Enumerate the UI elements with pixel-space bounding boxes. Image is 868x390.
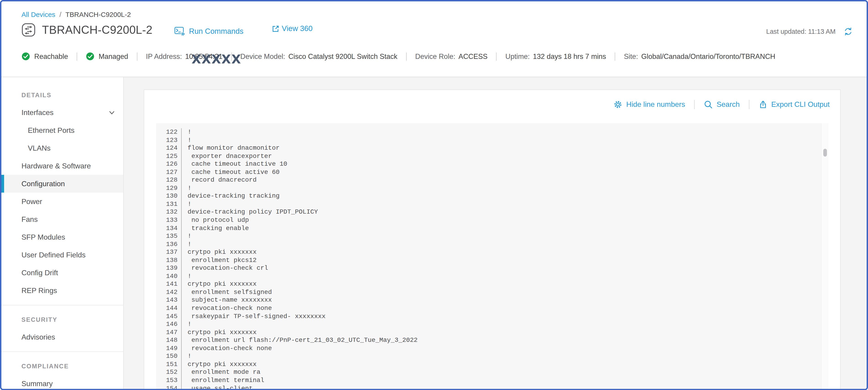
status-item: Site: Global/Canada/Ontario/Toronto/TBRA… [606,52,775,60]
status-item: Reachable [22,52,68,61]
breadcrumb-separator: / [59,10,61,18]
line-text: device-tracking policy IPDT_POLICY [182,208,318,216]
breadcrumb: All Devices / TBRANCH-C9200L-2 [22,10,131,18]
cli-line: 129 ! [156,184,828,192]
sidebar-entry[interactable]: Summary [1,375,123,389]
line-number: 125 [156,152,182,160]
configuration-card: Hide line numbers Search [144,89,841,390]
line-text: revocation-check crl [182,265,268,272]
cli-lines: 122 ! 123 ! 124 flow monitor dnacmonitor… [156,123,828,390]
sidebar: DETAILS Interfaces Ethernet Ports VLANs … [1,77,124,389]
cli-line: 130 device-tracking tracking [156,192,828,200]
last-updated-text: Last updated: 11:13 AM [766,28,836,35]
sidebar-entry[interactable]: Ethernet Ports [1,121,123,139]
run-commands-button[interactable]: Run Commands [174,27,243,36]
search-icon [704,100,713,109]
chevron-down-icon[interactable] [108,109,115,116]
sidebar-entry[interactable]: Configuration [1,175,123,192]
line-text: crytpo pki xxxxxxx [182,361,256,368]
line-text: subject-name xxxxxxxx [182,296,272,304]
sidebar-entry[interactable]: Fans [1,210,123,228]
line-number: 146 [156,321,182,328]
sidebar-entry[interactable]: User Defined Fields [1,246,123,264]
refresh-icon[interactable] [843,27,853,36]
cli-line: 154 usage ssl-client [156,385,828,390]
sidebar-entry: DETAILS [1,86,123,103]
cli-line: 132 device-tracking policy IPDT_POLICY [156,208,828,216]
external-link-icon [272,24,280,33]
line-number: 140 [156,272,182,280]
line-text: revocation-check none [182,304,272,312]
line-number: 148 [156,336,182,344]
cli-line: 150 ! [156,353,828,361]
status-item: Device Model: Cisco Catalyst 9200L Switc… [222,52,397,60]
line-number: 152 [156,368,182,377]
line-number: 144 [156,304,182,312]
line-text: enrollment url flash://PnP-cert_21_03_02… [182,336,417,344]
breadcrumb-all-devices[interactable]: All Devices [22,10,55,18]
line-number: 153 [156,377,182,385]
field-value-wrap: ACCESS [458,52,488,60]
line-text: ! [182,232,191,240]
sidebar-entry-label: Interfaces [22,109,54,117]
field-value-wrap: Cisco Catalyst 9200L Switch Stack [288,52,398,60]
line-text: ! [182,272,191,280]
check-circle-icon [22,52,30,61]
cli-line: 141 crytpo pki xxxxxxx [156,280,828,289]
app-frame: All Devices / TBRANCH-C9200L-2 [0,0,868,390]
sidebar-entry-label: DETAILS [22,91,52,98]
line-text: ! [182,136,191,144]
cli-output[interactable]: 122 ! 123 ! 124 flow monitor dnacmonitor… [156,123,828,390]
cli-line: 124 flow monitor dnacmonitor [156,144,828,152]
sidebar-entry[interactable]: VLANs [1,139,123,157]
status-item: Device Role: ACCESS [398,52,488,60]
sidebar-entry[interactable]: Hardware & Software [1,157,123,175]
sidebar-entry[interactable]: Advisories [1,328,123,346]
export-icon [758,100,768,109]
export-cli-output-button[interactable]: Export CLI Output [758,100,830,109]
sidebar-entry[interactable]: Interfaces [1,103,123,121]
sidebar-entry[interactable]: REP Rings [1,281,123,299]
line-number: 149 [156,344,182,353]
sidebar-entry-label: Summary [22,380,53,388]
hide-line-numbers-label: Hide line numbers [626,100,685,109]
gear-icon [614,100,623,109]
sidebar-entry[interactable]: SFP Modules [1,228,123,246]
sidebar-entry: COMPLIANCE [1,357,123,375]
sidebar-entry[interactable]: Config Drift [1,264,123,281]
cli-scrollbar-thumb[interactable] [823,149,827,156]
cli-line: 134 tracking enable [156,224,828,232]
line-text: ! [182,184,191,192]
line-text: record dnacrecord [182,176,256,184]
cli-line: 142 enrollment selfsigned [156,289,828,296]
cli-toolbar: Hide line numbers Search [144,90,840,109]
cli-line: 139 revocation-check crl [156,265,828,272]
cli-scrollbar[interactable] [821,123,828,390]
sidebar-entry-label: Ethernet Ports [28,126,74,134]
line-text: enrollment terminal [182,377,264,385]
field-label: Uptime: [505,52,530,60]
line-text: enrollment selfsigned [182,289,272,296]
line-text: crytpo pki xxxxxxx [182,328,256,336]
sidebar-entry[interactable]: Power [1,192,123,210]
search-button[interactable]: Search [704,100,740,109]
status-item: Managed [68,52,128,61]
line-text: device-tracking tracking [182,192,280,200]
line-number: 147 [156,328,182,336]
status-item: Uptime: 132 days 18 hrs 7 mins [488,52,606,60]
hide-line-numbers-button[interactable]: Hide line numbers [614,100,685,109]
line-number: 154 [156,385,182,390]
cli-line: 138 enrollment pkcs12 [156,257,828,265]
line-number: 136 [156,240,182,248]
cli-line: 140 ! [156,272,828,280]
cli-line: 123 ! [156,136,828,144]
status-item: IP Address: 10.85.54.21XXXXX [128,52,223,60]
line-number: 135 [156,232,182,240]
line-text: ! [182,240,191,248]
cli-line: 125 exporter dnacexporter [156,152,828,160]
switch-device-icon [22,23,36,37]
line-number: 126 [156,160,182,168]
run-commands-label: Run Commands [189,27,243,36]
line-number: 138 [156,257,182,265]
view-360-link[interactable]: View 360 [272,24,313,33]
